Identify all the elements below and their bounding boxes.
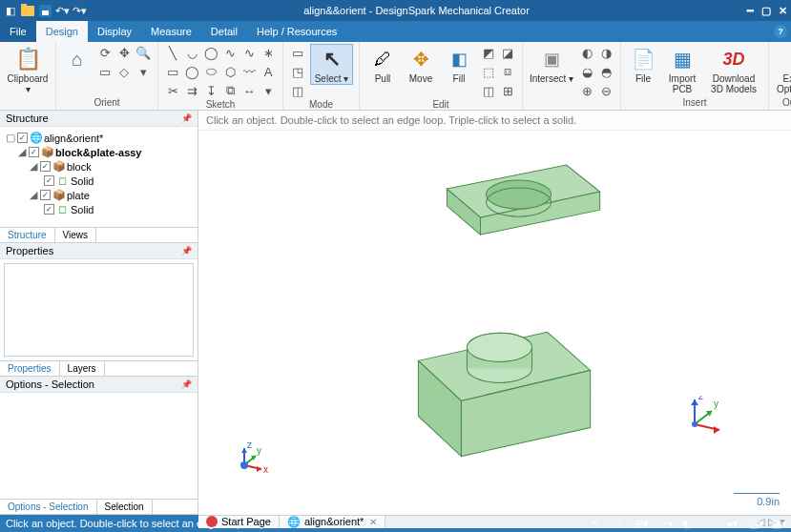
sb-cursor-icon[interactable]: ↖	[589, 518, 602, 530]
sb-clip-icon[interactable]: ◐	[680, 518, 694, 530]
tab-file[interactable]: File	[0, 21, 36, 42]
int3-icon[interactable]: ◒	[578, 63, 595, 80]
select-button[interactable]: Select ▾	[310, 44, 353, 85]
circle-icon[interactable]: ◯	[183, 63, 200, 80]
open-icon[interactable]	[21, 4, 34, 17]
edit4-icon[interactable]: ⧈	[499, 63, 516, 80]
zoom-icon[interactable]: 🔍	[135, 44, 152, 61]
offset-icon[interactable]: ⇉	[183, 82, 200, 99]
line-icon[interactable]: ╲	[164, 44, 181, 61]
minimize-button[interactable]: ━	[747, 5, 754, 17]
clipboard-button[interactable]: Clipboard ▾	[6, 44, 50, 94]
view-icon[interactable]: ▭	[96, 63, 114, 80]
tab-document[interactable]: 🌐align&orient*✕	[280, 516, 385, 528]
tree-block[interactable]: block	[67, 161, 92, 173]
tree-check[interactable]: ✓	[44, 175, 54, 186]
sb-snap-icon[interactable]: ⊹	[612, 518, 625, 530]
tab-properties[interactable]: Properties	[0, 361, 60, 376]
spline1-icon[interactable]: ∿	[221, 44, 239, 61]
tree-check[interactable]: ✓	[29, 147, 39, 157]
tree-check[interactable]: ✓	[44, 204, 54, 215]
move-button[interactable]: Move	[404, 44, 438, 84]
redo-icon[interactable]: ↷▾	[73, 4, 86, 17]
sb-style-icon[interactable]: ●▾	[726, 518, 739, 530]
tab-display[interactable]: Display	[88, 21, 141, 42]
int2-icon[interactable]: ◑	[597, 44, 614, 61]
int6-icon[interactable]: ⊖	[597, 82, 614, 99]
tab-selection[interactable]: Selection	[97, 500, 153, 514]
plane-icon[interactable]: ◇	[115, 63, 133, 80]
tab-measure[interactable]: Measure	[141, 21, 201, 42]
int1-icon[interactable]: ◐	[578, 44, 595, 61]
tree-toggle[interactable]: ◢	[29, 189, 38, 201]
intersect-button[interactable]: Intersect ▾	[529, 44, 574, 84]
tree-check[interactable]: ✓	[40, 161, 51, 172]
pin-icon[interactable]: 📌	[181, 113, 192, 123]
mode2d-icon[interactable]: ▭	[289, 44, 306, 61]
sb-home-icon[interactable]: ⌂	[703, 518, 717, 529]
pin-icon[interactable]: 📌	[181, 379, 192, 389]
modesec-icon[interactable]: ◫	[289, 82, 306, 99]
project-icon[interactable]: ↧	[202, 82, 219, 99]
spline2-icon[interactable]: ∿	[240, 44, 258, 61]
tab-layers[interactable]: Layers	[60, 361, 105, 376]
edit5-icon[interactable]: ◫	[480, 82, 497, 99]
download-3d-button[interactable]: 3D Download 3D Models	[705, 44, 762, 94]
arc-icon[interactable]: ◡	[183, 44, 200, 61]
maximize-button[interactable]: ▢	[761, 5, 771, 17]
tab-start-page[interactable]: Start Page	[198, 516, 280, 528]
tab-views[interactable]: Views	[55, 228, 97, 242]
home-view-button[interactable]	[62, 44, 93, 72]
tree-check[interactable]: ✓	[40, 190, 51, 200]
pull-button[interactable]: Pull	[365, 44, 400, 84]
dim-icon[interactable]: ↔	[240, 82, 258, 99]
tab-options[interactable]: Options - Selection	[0, 500, 97, 514]
look-icon[interactable]: ▾	[135, 63, 152, 80]
tree-assy[interactable]: block&plate-assy	[55, 147, 141, 158]
more-icon[interactable]: ▾	[260, 82, 277, 99]
sb-shade-icon[interactable]: ▦▾	[772, 518, 785, 530]
fill-button[interactable]: Fill	[442, 44, 476, 84]
tree-toggle[interactable]: ▢	[6, 132, 15, 144]
mode3d-icon[interactable]: ◳	[289, 63, 306, 80]
tree-solid2[interactable]: Solid	[71, 204, 94, 215]
tree-toggle[interactable]: ◢	[17, 146, 27, 158]
save-icon[interactable]	[38, 4, 52, 17]
ellipse-icon[interactable]: ⬭	[202, 63, 219, 80]
edit1-icon[interactable]: ◩	[480, 44, 497, 61]
export-options-button[interactable]: Export Options ▾	[775, 44, 791, 94]
curve-icon[interactable]: 〰	[240, 63, 258, 80]
block-solid[interactable]	[418, 332, 590, 456]
tree-toggle[interactable]: ◢	[29, 160, 38, 173]
poly-icon[interactable]: ⬡	[221, 63, 239, 80]
tab-detail[interactable]: Detail	[201, 21, 247, 42]
int4-icon[interactable]: ◓	[597, 63, 614, 80]
tab-design[interactable]: Design	[36, 21, 88, 42]
pin-icon[interactable]: 📌	[181, 246, 192, 256]
construct-icon[interactable]: ⧉	[221, 82, 239, 99]
tree-solid[interactable]: Solid	[71, 175, 94, 187]
sb-axis-icon[interactable]: ↔▾	[657, 518, 671, 530]
edit2-icon[interactable]: ◪	[499, 44, 516, 61]
sb-grid-icon[interactable]: ⊞▾	[635, 518, 648, 530]
tree-check[interactable]: ✓	[17, 133, 28, 143]
view-triad[interactable]: x y z	[223, 444, 265, 486]
tab-structure[interactable]: Structure	[0, 228, 55, 242]
move-triad[interactable]: x y z	[666, 396, 723, 453]
insert-file-button[interactable]: File	[627, 44, 659, 84]
int5-icon[interactable]: ⊕	[578, 82, 595, 99]
spin-icon[interactable]: ⟳	[96, 44, 114, 61]
point-icon[interactable]: ∗	[260, 44, 277, 61]
trim-icon[interactable]: ✂	[164, 82, 181, 99]
text-icon[interactable]: A	[260, 63, 277, 80]
tree-plate[interactable]: plate	[67, 190, 90, 201]
plate-solid[interactable]	[447, 165, 599, 235]
3d-canvas[interactable]: x y z x y z 0.9in	[198, 131, 791, 515]
import-pcb-button[interactable]: Import PCB	[663, 44, 701, 94]
close-button[interactable]: ✕	[779, 5, 787, 17]
close-tab-icon[interactable]: ✕	[369, 517, 377, 527]
circle3-icon[interactable]: ◯	[202, 44, 219, 61]
help-button[interactable]: ?	[770, 21, 791, 42]
undo-icon[interactable]: ↶▾	[55, 4, 69, 17]
pan-icon[interactable]: ✥	[115, 44, 133, 61]
